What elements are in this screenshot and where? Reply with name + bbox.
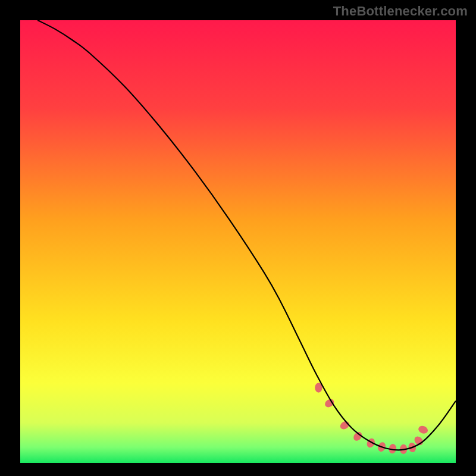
- chart-container: TheBottlenecker.com: [0, 0, 476, 476]
- plot-area: [20, 20, 456, 463]
- chart-svg: [20, 20, 456, 463]
- watermark-label: TheBottlenecker.com: [333, 4, 468, 19]
- gradient-background: [20, 20, 456, 463]
